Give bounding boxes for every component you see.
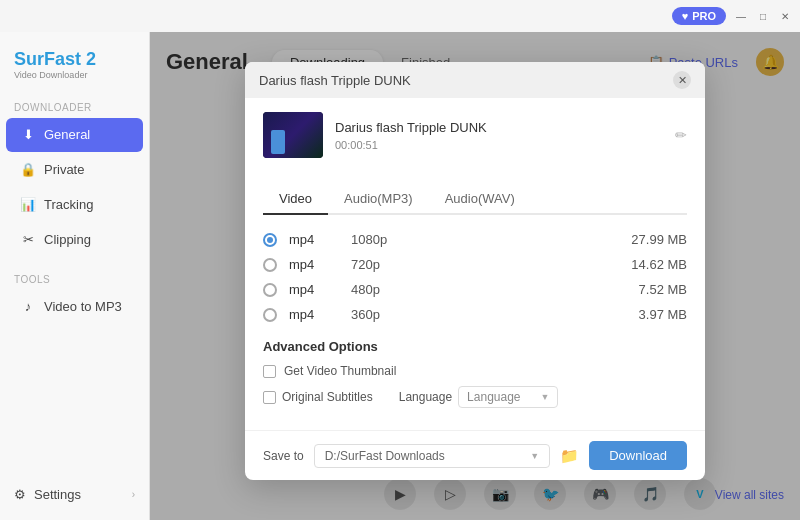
thumbnail-image <box>263 112 323 158</box>
res-480: 480p <box>351 282 411 297</box>
sidebar-item-video-to-mp3[interactable]: ♪ Video to MP3 <box>6 290 143 324</box>
radio-1080[interactable] <box>263 233 277 247</box>
maximize-button[interactable]: □ <box>756 9 770 23</box>
logo-subtitle: Video Downloader <box>14 70 135 80</box>
download-dialog: Darius flash Tripple DUNK ✕ Darius flash… <box>245 62 705 480</box>
close-window-button[interactable]: ✕ <box>778 9 792 23</box>
edit-icon[interactable]: ✏ <box>675 127 687 143</box>
sidebar-private-label: Private <box>44 162 84 177</box>
settings-item[interactable]: ⚙ Settings › <box>0 479 149 510</box>
app-logo: SurFast 2 Video Downloader <box>0 42 149 96</box>
sidebar: SurFast 2 Video Downloader Downloader ⬇ … <box>0 32 150 520</box>
sidebar-item-general[interactable]: ⬇ General <box>6 118 143 152</box>
thumb-character <box>271 130 285 154</box>
language-label: Language <box>399 390 452 404</box>
format-tab-wav[interactable]: Audio(WAV) <box>429 184 531 215</box>
radio-720[interactable] <box>263 258 277 272</box>
pro-badge[interactable]: ♥ PRO <box>672 7 726 25</box>
minimize-button[interactable]: — <box>734 9 748 23</box>
subtitles-checkbox[interactable] <box>263 391 276 404</box>
format-tab-mp3[interactable]: Audio(MP3) <box>328 184 429 215</box>
subtitles-option-row: Original Subtitles Language Language ▼ <box>263 386 687 408</box>
quality-row-720[interactable]: mp4 720p 14.62 MB <box>263 252 687 277</box>
downloader-section-label: Downloader <box>0 96 149 117</box>
sidebar-item-clipping[interactable]: ✂ Clipping <box>6 223 143 257</box>
size-1080: 27.99 MB <box>631 232 687 247</box>
download-button[interactable]: Download <box>589 441 687 470</box>
lock-icon: 🔒 <box>20 162 36 178</box>
res-720: 720p <box>351 257 411 272</box>
clip-icon: ✂ <box>20 232 36 248</box>
sidebar-clipping-label: Clipping <box>44 232 91 247</box>
thumbnail-label: Get Video Thumbnail <box>284 364 396 378</box>
subtitles-label: Original Subtitles <box>282 390 373 404</box>
save-to-label: Save to <box>263 449 304 463</box>
format-tab-video[interactable]: Video <box>263 184 328 215</box>
logo-text: SurFast 2 <box>14 50 135 70</box>
thumbnail-option-row: Get Video Thumbnail <box>263 364 687 378</box>
sidebar-video-to-mp3-label: Video to MP3 <box>44 299 122 314</box>
dialog-body: Darius flash Tripple DUNK 00:00:51 ✏ Vid… <box>245 98 705 430</box>
quality-list: mp4 1080p 27.99 MB mp4 720p 14.62 MB mp4… <box>263 227 687 327</box>
radio-480[interactable] <box>263 283 277 297</box>
dialog-overlay: Darius flash Tripple DUNK ✕ Darius flash… <box>150 32 800 520</box>
video-metadata: Darius flash Tripple DUNK 00:00:51 <box>335 120 663 151</box>
size-360: 3.97 MB <box>639 307 687 322</box>
save-path-selector[interactable]: D:/SurFast Downloads ▼ <box>314 444 550 468</box>
dialog-close-button[interactable]: ✕ <box>673 71 691 89</box>
res-1080: 1080p <box>351 232 411 247</box>
thumbnail-checkbox[interactable] <box>263 365 276 378</box>
video-title: Darius flash Tripple DUNK <box>335 120 663 135</box>
format-tabs: Video Audio(MP3) Audio(WAV) <box>263 184 687 215</box>
title-bar: ♥ PRO — □ ✕ <box>0 0 800 32</box>
dialog-footer: Save to D:/SurFast Downloads ▼ 📁 Downloa… <box>245 430 705 480</box>
format-480: mp4 <box>289 282 339 297</box>
advanced-options-title: Advanced Options <box>263 339 687 354</box>
sidebar-item-private[interactable]: 🔒 Private <box>6 153 143 187</box>
tracking-icon: 📊 <box>20 197 36 213</box>
format-720: mp4 <box>289 257 339 272</box>
sidebar-tracking-label: Tracking <box>44 197 93 212</box>
sidebar-general-label: General <box>44 127 90 142</box>
dialog-title: Darius flash Tripple DUNK <box>259 73 411 88</box>
video-thumbnail <box>263 112 323 158</box>
language-value: Language <box>467 390 520 404</box>
video-info: Darius flash Tripple DUNK 00:00:51 ✏ <box>263 112 687 170</box>
tools-section-label: Tools <box>0 268 149 289</box>
size-720: 14.62 MB <box>631 257 687 272</box>
language-chevron-icon: ▼ <box>541 392 550 402</box>
save-path-chevron-icon: ▼ <box>530 451 539 461</box>
dialog-header: Darius flash Tripple DUNK ✕ <box>245 62 705 98</box>
language-select[interactable]: Language ▼ <box>458 386 558 408</box>
res-360: 360p <box>351 307 411 322</box>
pro-heart-icon: ♥ <box>682 10 689 22</box>
chevron-right-icon: › <box>132 489 135 500</box>
save-path-value: D:/SurFast Downloads <box>325 449 445 463</box>
folder-browse-icon[interactable]: 📁 <box>560 447 579 465</box>
format-360: mp4 <box>289 307 339 322</box>
music-icon: ♪ <box>20 299 36 315</box>
size-480: 7.52 MB <box>639 282 687 297</box>
quality-row-360[interactable]: mp4 360p 3.97 MB <box>263 302 687 327</box>
format-1080: mp4 <box>289 232 339 247</box>
video-duration: 00:00:51 <box>335 139 663 151</box>
quality-row-480[interactable]: mp4 480p 7.52 MB <box>263 277 687 302</box>
settings-label: Settings <box>34 487 81 502</box>
gear-icon: ⚙ <box>14 487 26 502</box>
quality-row-1080[interactable]: mp4 1080p 27.99 MB <box>263 227 687 252</box>
radio-360[interactable] <box>263 308 277 322</box>
download-icon: ⬇ <box>20 127 36 143</box>
sidebar-item-tracking[interactable]: 📊 Tracking <box>6 188 143 222</box>
